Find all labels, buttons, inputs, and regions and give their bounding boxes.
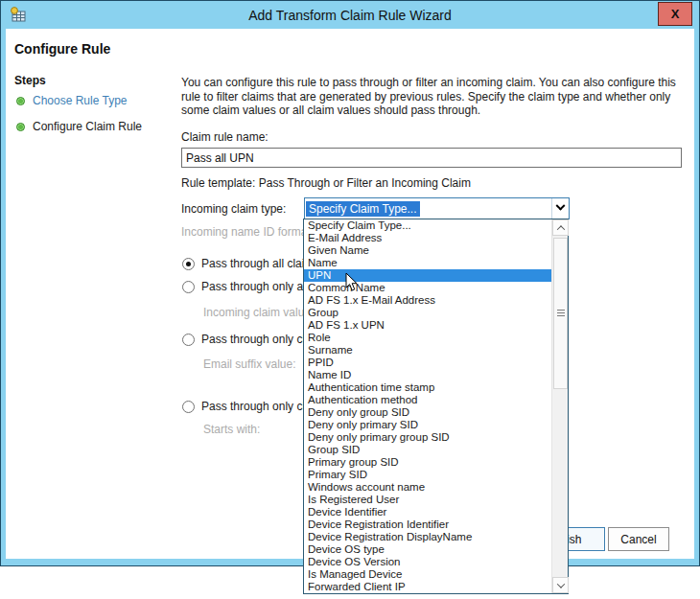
claim-type-option[interactable]: Specify Claim Type... xyxy=(304,219,551,232)
claim-type-option[interactable]: Group xyxy=(304,307,551,319)
claim-type-option[interactable]: Deny only primary SID xyxy=(304,419,551,431)
close-button[interactable]: X xyxy=(658,2,692,26)
claim-type-option[interactable]: PPID xyxy=(304,357,551,369)
radio-button-icon xyxy=(182,281,195,293)
scroll-up-button[interactable] xyxy=(552,219,569,236)
incoming-claim-type-label: Incoming claim type: xyxy=(181,202,286,216)
claim-rule-name-label: Claim rule name: xyxy=(181,130,268,144)
claim-type-option[interactable]: Device Registration DisplayName xyxy=(304,531,551,543)
claim-type-option[interactable]: Name xyxy=(304,257,551,269)
sidebar-item-choose-rule-type[interactable]: Choose Rule Type xyxy=(16,94,128,107)
incoming-claim-type-combobox[interactable]: Specify Claim Type... xyxy=(304,197,570,219)
claim-type-option[interactable]: Role xyxy=(304,332,551,344)
claim-type-option[interactable]: Forwarded Client IP xyxy=(304,581,551,593)
scroll-down-button[interactable] xyxy=(552,577,569,593)
screen: Add Transform Claim Rule Wizard X Config… xyxy=(0,0,700,599)
claim-type-option[interactable]: Deny only primary group SID xyxy=(304,431,551,444)
claim-type-option[interactable]: Device OS Version xyxy=(304,556,551,568)
claim-type-option[interactable]: Primary SID xyxy=(304,469,551,481)
claim-type-option[interactable]: Authentication method xyxy=(304,394,551,406)
chevron-down-icon xyxy=(556,580,564,587)
sidebar-item-configure-claim-rule[interactable]: Configure Claim Rule xyxy=(16,120,142,133)
claim-type-option[interactable]: Device OS type xyxy=(304,543,551,556)
claim-type-option[interactable]: Is Registered User xyxy=(304,494,551,506)
step-label: Choose Rule Type xyxy=(33,94,128,107)
page-title: Configure Rule xyxy=(14,41,110,57)
claim-type-option[interactable]: Is Managed Device xyxy=(304,568,551,581)
claim-type-option[interactable]: E-Mail Address xyxy=(304,232,551,244)
claim-type-option[interactable]: Primary group SID xyxy=(304,456,551,469)
claim-type-options: Specify Claim Type...E-Mail AddressGiven… xyxy=(304,219,551,593)
claim-type-option[interactable]: Device Identifier xyxy=(304,506,551,518)
claim-type-option[interactable]: Device Registration Identifier xyxy=(304,518,551,531)
chevron-down-icon xyxy=(556,201,566,211)
step-label: Configure Claim Rule xyxy=(33,120,142,133)
claim-type-option[interactable]: Name ID xyxy=(304,369,551,381)
radio-button-icon xyxy=(182,334,195,346)
combobox-selected-value: Specify Claim Type... xyxy=(306,201,420,217)
email-suffix-value-label: Email suffix value: xyxy=(203,357,296,371)
scrollbar-grip-icon xyxy=(557,310,565,318)
claim-type-listbox: Specify Claim Type...E-Mail AddressGiven… xyxy=(303,219,569,594)
claim-type-option[interactable]: AD FS 1.x UPN xyxy=(304,319,551,332)
claim-type-option[interactable]: Common Name xyxy=(304,282,551,294)
claim-type-option[interactable]: Group SID xyxy=(304,444,551,456)
radio-button-icon xyxy=(182,258,195,270)
claim-type-option[interactable]: Authentication time stamp xyxy=(304,381,551,394)
scrollbar-thumb[interactable] xyxy=(553,238,568,389)
step-bullet-icon xyxy=(16,123,25,131)
radio-button-icon xyxy=(182,401,195,413)
step-bullet-icon xyxy=(16,97,25,105)
title-bar[interactable]: Add Transform Claim Rule Wizard X xyxy=(1,1,699,29)
incoming-name-id-format-label: Incoming name ID format: xyxy=(181,225,314,239)
claim-type-option[interactable]: Surname xyxy=(304,344,551,357)
claim-type-option[interactable]: Deny only group SID xyxy=(304,406,551,419)
claim-type-option[interactable]: UPN xyxy=(304,269,551,282)
cancel-button[interactable]: Cancel xyxy=(608,527,669,551)
window-title: Add Transform Claim Rule Wizard xyxy=(1,8,699,23)
starts-with-label: Starts with: xyxy=(203,423,260,436)
chevron-up-icon xyxy=(556,225,564,233)
combobox-dropdown-button[interactable] xyxy=(551,198,569,219)
claim-type-option[interactable]: Given Name xyxy=(304,244,551,257)
mouse-cursor xyxy=(345,272,359,292)
steps-heading: Steps xyxy=(14,74,46,87)
claim-type-option[interactable]: AD FS 1.x E-Mail Address xyxy=(304,294,551,307)
claim-type-option[interactable]: Windows account name xyxy=(304,481,551,494)
listbox-scrollbar[interactable] xyxy=(551,219,568,593)
claim-rule-name-input[interactable] xyxy=(181,148,682,168)
incoming-claim-value-label: Incoming claim value: xyxy=(203,306,314,319)
rule-template-text: Rule template: Pass Through or Filter an… xyxy=(181,176,471,190)
description-text: You can configure this rule to pass thro… xyxy=(181,76,687,118)
